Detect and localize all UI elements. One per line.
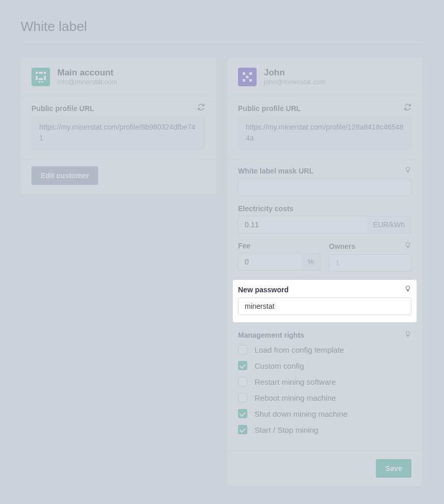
customer-name: John: [264, 68, 325, 78]
svg-rect-0: [31, 68, 50, 86]
checkbox[interactable]: [238, 361, 247, 370]
fee-label: Fee: [238, 242, 250, 250]
svg-rect-8: [41, 81, 43, 83]
svg-rect-3: [39, 72, 43, 74]
owners-label: Owners: [329, 242, 355, 250]
save-button[interactable]: Save: [376, 459, 411, 478]
rights-item: Custom config: [238, 361, 411, 370]
rights-item: Reboot mining machine: [238, 393, 411, 402]
page-title: White label: [21, 19, 423, 35]
customer-avatar: [238, 68, 257, 86]
fee-unit: %: [302, 253, 321, 271]
checkbox-label: Start / Stop mining: [255, 426, 318, 434]
svg-rect-5: [44, 76, 46, 80]
rights-item: Restart mining software: [238, 377, 411, 386]
checkbox[interactable]: [238, 345, 247, 354]
profile-url-value[interactable]: https://my.minerstat.com/profile/8b98032…: [31, 116, 205, 149]
electricity-input[interactable]: [238, 216, 367, 233]
profile-url-label: Public profile URL: [238, 104, 300, 113]
checkbox-label: Shut down mining machine: [255, 410, 347, 418]
rights-list: Load from config templateCustom configRe…: [238, 345, 411, 434]
svg-rect-10: [243, 72, 245, 75]
svg-rect-2: [44, 72, 46, 74]
svg-rect-12: [246, 76, 249, 78]
customer-email: john@minerstat.com: [264, 78, 325, 86]
regenerate-icon[interactable]: [197, 103, 205, 113]
checkbox[interactable]: [238, 393, 247, 402]
divider: [21, 44, 423, 44]
mask-url-input[interactable]: [238, 179, 411, 196]
svg-rect-1: [36, 72, 38, 74]
profile-url-value[interactable]: https://my.minerstat.com/profile/128a841…: [238, 116, 411, 149]
svg-rect-14: [249, 79, 252, 82]
main-account-email: info@minerstat.com: [57, 78, 117, 86]
password-label: New password: [238, 286, 289, 294]
svg-rect-13: [243, 79, 245, 82]
svg-rect-6: [39, 78, 43, 80]
electricity-label: Electricity costs: [238, 204, 293, 213]
profile-url-label: Public profile URL: [31, 104, 94, 113]
checkbox[interactable]: [238, 377, 247, 386]
bulb-icon[interactable]: [404, 285, 411, 294]
edit-customer-button[interactable]: Edit customer: [31, 166, 98, 185]
main-account-card: Main account info@minerstat.com Public p…: [21, 58, 216, 195]
main-account-name: Main account: [57, 68, 117, 78]
customer-card: John john@minerstat.com Public profile U…: [227, 58, 422, 486]
regenerate-icon[interactable]: [404, 103, 411, 113]
svg-rect-4: [36, 76, 38, 80]
mask-url-label: White label mask URL: [238, 167, 313, 175]
checkbox-label: Reboot mining machine: [255, 393, 336, 402]
svg-rect-7: [39, 81, 40, 83]
rights-item: Start / Stop mining: [238, 425, 411, 434]
checkbox-label: Custom config: [255, 361, 304, 370]
rights-label: Management rights: [238, 331, 304, 339]
main-account-avatar: [31, 68, 50, 86]
rights-item: Shut down mining machine: [238, 409, 411, 418]
checkbox-label: Restart mining software: [255, 377, 336, 386]
svg-rect-11: [249, 72, 252, 75]
rights-item: Load from config template: [238, 345, 411, 354]
owners-input[interactable]: [329, 254, 411, 272]
checkbox[interactable]: [238, 409, 247, 418]
bulb-icon[interactable]: [404, 330, 411, 340]
fee-input[interactable]: [238, 253, 302, 271]
password-input[interactable]: [238, 297, 411, 315]
bulb-icon[interactable]: [404, 242, 411, 251]
electricity-unit: EUR/kWh: [367, 216, 411, 233]
bulb-icon[interactable]: [404, 166, 411, 176]
checkbox-label: Load from config template: [255, 345, 344, 354]
checkbox[interactable]: [238, 425, 247, 434]
